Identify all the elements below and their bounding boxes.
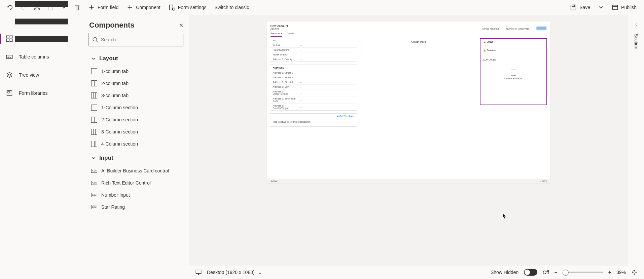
section-map[interactable]: ◈ Get Directions Map is disabled for thi… bbox=[270, 113, 357, 127]
zoom-out-button[interactable]: − bbox=[554, 270, 557, 275]
field-label: Address 1: County bbox=[273, 58, 300, 61]
form-subtitle: Account bbox=[271, 28, 288, 30]
comp-1-column-tab[interactable]: 1-column tab bbox=[91, 65, 183, 77]
zoom-value: 39% bbox=[616, 270, 626, 275]
form-field-label: Form field bbox=[98, 5, 118, 10]
layout-3sec-icon bbox=[91, 129, 97, 135]
table-columns-icon: Abc bbox=[6, 53, 13, 60]
layout-1sec-icon bbox=[91, 105, 97, 111]
form-settings-button[interactable]: Form settings bbox=[165, 1, 210, 13]
hamburger-button[interactable] bbox=[0, 15, 83, 30]
document-icon bbox=[511, 70, 516, 76]
form-canvas[interactable]: New Account Account ---Annual Revenue --… bbox=[267, 22, 550, 183]
svg-rect-8 bbox=[613, 5, 618, 10]
sidebar-item-components[interactable]: Components bbox=[0, 30, 83, 48]
comp-label: 1-column tab bbox=[101, 69, 129, 74]
form-title: New Account bbox=[271, 24, 288, 28]
sidebar-item-label: Form libraries bbox=[19, 90, 48, 96]
comp-2-column-tab[interactable]: 2-column tab bbox=[91, 77, 183, 89]
svg-point-17 bbox=[93, 37, 97, 41]
panel-close-button[interactable]: ✕ bbox=[179, 22, 183, 29]
section-selected[interactable]: 🔒 Email --- 🔒 Business --- CONTACTS No d… bbox=[480, 38, 547, 105]
sidebar-item-label: Components bbox=[19, 36, 45, 41]
header-val: --- bbox=[482, 25, 499, 28]
search-icon bbox=[92, 37, 98, 43]
comp-ai-business-card[interactable]: AbcAI Builder Business Card control bbox=[91, 165, 183, 177]
layout-2sec-icon bbox=[91, 117, 97, 123]
group-layout-header[interactable]: Layout bbox=[91, 50, 183, 65]
abc-icon: Abc bbox=[91, 169, 97, 173]
field-value: --- bbox=[300, 39, 302, 42]
field-value: --- bbox=[300, 106, 302, 108]
num-icon: 123 bbox=[91, 205, 97, 209]
tab-details[interactable]: Details bbox=[287, 32, 295, 37]
expand-right-panel-button[interactable]: ‹ bbox=[635, 22, 637, 27]
comp-label: Star Rating bbox=[101, 204, 125, 210]
layout-3col-icon bbox=[91, 92, 97, 98]
contacts-title: CONTACTS bbox=[480, 56, 546, 63]
svg-rect-18 bbox=[196, 270, 201, 273]
comp-label: Rich Text Editor Control bbox=[101, 180, 151, 186]
comp-3-column-section[interactable]: 3-Column section bbox=[91, 126, 183, 138]
comp-number-input[interactable]: 123Number Input bbox=[91, 189, 183, 201]
field-value: --- bbox=[480, 43, 546, 48]
field-label: Address 1: Street 1 bbox=[273, 72, 300, 74]
save-dropdown-button[interactable] bbox=[595, 1, 607, 13]
header-pill bbox=[536, 27, 546, 30]
comp-star-rating[interactable]: 123Star Rating bbox=[91, 201, 183, 213]
field-value: --- bbox=[300, 92, 302, 94]
section-timeline[interactable]: Almost there bbox=[360, 38, 477, 58]
zoom-in-button[interactable]: + bbox=[608, 270, 611, 275]
switch-classic-button[interactable]: Switch to classic bbox=[211, 1, 252, 13]
comp-label: 3-Column section bbox=[101, 129, 138, 134]
component-label: Component bbox=[136, 5, 160, 10]
search-input[interactable] bbox=[88, 33, 183, 46]
comp-3-column-tab[interactable]: 3-column tab bbox=[91, 89, 183, 102]
comp-label: 3-column tab bbox=[101, 93, 129, 98]
field-value: --- bbox=[300, 99, 302, 101]
form-libraries-icon bbox=[6, 90, 13, 96]
chevron-down-icon bbox=[598, 4, 604, 11]
svg-rect-6 bbox=[571, 5, 576, 10]
timeline-title: Almost there bbox=[360, 38, 477, 45]
component-button[interactable]: Component bbox=[123, 1, 164, 13]
footer-save-icon: ▫ bbox=[540, 180, 541, 182]
viewport-selector[interactable]: Desktop (1920 x 1080) ⌄ bbox=[207, 270, 262, 275]
field-label: Address 1: Country/Region bbox=[273, 105, 300, 109]
comp-rich-text-editor[interactable]: AbcRich Text Editor Control bbox=[91, 177, 183, 189]
section-account-info[interactable]: Fax--- Website--- Parent Account--- Tick… bbox=[270, 38, 357, 62]
header-col2: Number of Employees bbox=[506, 28, 529, 30]
layout-4sec-icon bbox=[91, 141, 97, 147]
close-icon: ✕ bbox=[179, 23, 183, 28]
publish-button[interactable]: Publish bbox=[608, 1, 640, 13]
comp-2-column-section[interactable]: 2-Column section bbox=[91, 114, 183, 126]
search-field[interactable] bbox=[101, 37, 180, 42]
field-label: Website bbox=[273, 44, 300, 46]
show-hidden-toggle[interactable] bbox=[524, 269, 537, 276]
sidebar-item-table-columns[interactable]: Abc Table columns bbox=[0, 48, 83, 66]
form-field-button[interactable]: Form field bbox=[85, 1, 122, 13]
comp-4-column-section[interactable]: 4-Column section bbox=[91, 138, 183, 150]
lock-icon: 🔒 bbox=[483, 41, 486, 43]
sidebar-item-tree-view[interactable]: Tree view bbox=[0, 66, 83, 84]
abc-icon: Abc bbox=[91, 181, 97, 185]
field-value: --- bbox=[480, 52, 546, 56]
tab-summary[interactable]: Summary bbox=[271, 32, 282, 37]
section-title: ADDRESS bbox=[270, 65, 357, 71]
field-value: --- bbox=[300, 72, 302, 74]
save-button[interactable]: Save bbox=[567, 1, 594, 13]
field-label: Email bbox=[487, 41, 493, 43]
comp-label: 4-Column section bbox=[101, 141, 138, 147]
show-hidden-label: Show Hidden bbox=[491, 270, 518, 275]
fit-screen-button[interactable] bbox=[631, 269, 637, 275]
sidebar-item-form-libraries[interactable]: Form libraries bbox=[0, 84, 83, 102]
comp-label: 2-column tab bbox=[101, 81, 129, 86]
section-address[interactable]: ADDRESS Address 1: Street 1--- Address 1… bbox=[270, 65, 357, 111]
zoom-slider[interactable] bbox=[563, 272, 603, 273]
comp-1-column-section[interactable]: 1-Column section bbox=[91, 102, 183, 114]
group-input-header[interactable]: Input bbox=[91, 150, 183, 165]
get-directions-link[interactable]: Get Directions bbox=[339, 115, 354, 117]
footer-save[interactable]: Save bbox=[542, 180, 547, 182]
cursor-icon bbox=[502, 213, 507, 219]
comp-label: Number Input bbox=[101, 192, 130, 198]
